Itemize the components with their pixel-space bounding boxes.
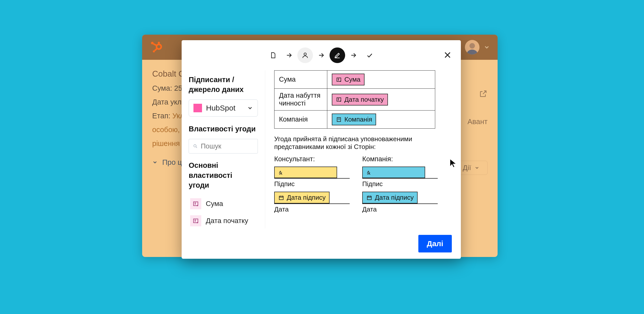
arrow-right-icon [286,52,292,59]
modal-footer: Далі [182,229,461,259]
field-tag-amount[interactable]: Сума [332,74,365,85]
consultant-block: Консультант: Підпис Дата підпису Дата [274,155,350,216]
under-label: Підпис [362,180,438,188]
signature-field-consultant[interactable] [274,167,337,178]
calendar-icon [366,195,372,201]
step-edit[interactable] [330,47,345,63]
step-signer[interactable] [297,47,313,63]
property-label: Сума [206,200,223,208]
terms-table: Сума Сума Дата набуття чинності [274,70,435,129]
under-label: Дата [362,205,438,213]
step-done[interactable] [362,47,377,63]
stepper [182,40,461,70]
avant-text: Авант [467,118,488,126]
term-label: Дата набуття чинності [274,89,327,111]
block-heading: Консультант: [274,155,350,163]
next-button[interactable]: Далі [418,235,452,252]
person-icon [302,52,309,59]
chevron-down-icon [474,165,479,170]
svg-rect-30 [367,196,371,200]
building-icon [336,117,342,123]
svg-rect-26 [279,196,283,200]
pencil-icon [334,52,341,59]
document-editor-modal: Підписанти / джерело даних HubSpot Власт… [182,40,461,259]
under-label: Дата [274,205,350,213]
svg-point-1 [158,42,160,44]
field-tag-start-date[interactable]: Дата початку [332,94,388,106]
user-menu[interactable] [465,40,490,55]
close-icon[interactable] [443,51,452,59]
text-field-icon [192,200,199,207]
text-field-icon [336,77,342,83]
table-row: Компанія Компанія [274,111,435,129]
step-document[interactable] [265,47,281,63]
deal-properties-heading: Властивості угоди [189,124,258,134]
search-input[interactable] [201,142,254,150]
text-field-icon [336,96,342,102]
arrow-right-icon [318,52,325,59]
field-tag-company[interactable]: Компанія [332,114,376,125]
avatar [465,40,479,55]
main-properties-heading: Основні властивості угоди [189,161,258,190]
svg-line-6 [155,48,157,50]
signature-field-company[interactable] [362,167,425,178]
check-icon [366,52,373,59]
svg-point-2 [151,42,153,44]
signers-heading: Підписанти / джерело даних [189,75,258,94]
svg-rect-17 [193,202,198,205]
term-label: Компанія [274,111,327,129]
property-amount[interactable]: Сума [189,195,258,212]
svg-rect-21 [337,118,341,122]
external-link-icon[interactable] [479,89,488,98]
term-label: Сума [274,71,327,89]
signer-color-swatch [193,104,202,112]
sidebar: Підписанти / джерело даних HubSpot Власт… [182,70,265,229]
svg-rect-20 [337,98,341,101]
chevron-down-icon [484,44,490,50]
document-canvas[interactable]: Сума Сума Дата набуття чинності [265,70,461,229]
agreement-text: Угода прийнята й підписана уповноваженим… [274,135,452,151]
signature-icon [278,169,284,175]
under-label: Підпис [274,180,350,188]
svg-line-16 [196,147,197,148]
chevron-down-icon [152,160,158,165]
signature-blocks: Консультант: Підпис Дата підпису Дата [274,155,452,216]
property-start-date[interactable]: Дата початку [189,212,258,229]
signature-icon [366,169,372,175]
document-icon [269,52,276,59]
text-field-icon [192,218,199,224]
chevron-down-icon [247,105,253,111]
svg-rect-18 [193,219,198,223]
signer-source-select[interactable]: HubSpot [189,99,258,117]
search-input-wrapper[interactable] [189,139,258,153]
svg-line-5 [153,44,157,45]
svg-point-15 [194,145,196,147]
table-row: Дата набуття чинності Дата початку [274,89,435,111]
arrow-right-icon [350,52,357,59]
calendar-icon [278,195,284,201]
svg-point-9 [304,53,306,55]
date-field-company[interactable]: Дата підпису [362,192,418,203]
hubspot-logo-icon [150,41,162,54]
table-row: Сума Сума [274,71,435,89]
block-heading: Компанія: [362,155,438,163]
search-icon [193,143,198,149]
svg-point-7 [469,43,475,49]
signer-source-value: HubSpot [206,104,243,112]
date-field-consultant[interactable]: Дата підпису [274,192,330,203]
company-block: Компанія: Підпис Дата підпису Дата [362,155,438,216]
svg-rect-19 [337,78,341,81]
property-label: Дата початку [206,217,248,225]
svg-point-3 [153,50,155,53]
